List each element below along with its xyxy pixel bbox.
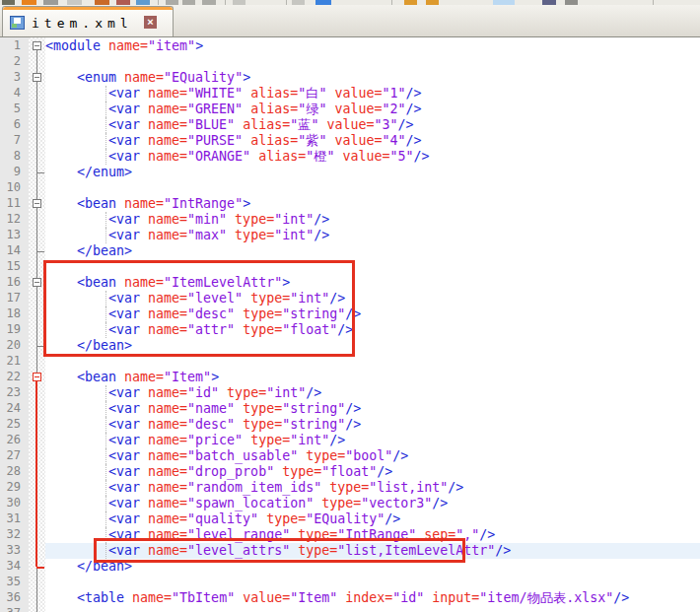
indent-guide xyxy=(105,433,106,448)
fold-gutter xyxy=(29,37,45,612)
xml-value-token: "id" xyxy=(187,385,219,400)
fold-end-marker xyxy=(36,251,44,252)
code-line-10[interactable] xyxy=(45,180,700,196)
code-line-19[interactable]: <var name="attr" type="float"/> xyxy=(45,322,700,338)
xml-value-token: "3" xyxy=(375,117,398,132)
code-line-6[interactable]: <var name="BLUE" alias="蓝" value="3"/> xyxy=(45,117,700,133)
line-number: 4 xyxy=(0,85,29,101)
code-line-9[interactable]: </enum> xyxy=(45,165,700,180)
saved-file-icon xyxy=(10,16,25,30)
code-line-7[interactable]: <var name="PURSE" alias="紫" value="4"/> xyxy=(45,133,700,149)
xml-attribute-token: name= xyxy=(140,464,187,479)
fold-collapse-icon[interactable] xyxy=(33,278,41,287)
code-line-12[interactable]: <var name="min" type="int"/> xyxy=(45,212,700,228)
code-line-22[interactable]: <bean name="Item"> xyxy=(45,370,700,385)
xml-value-token: "int" xyxy=(274,212,314,227)
indent-guide xyxy=(105,448,106,464)
code-line-32[interactable]: <var name="level_range" type="IntRange" … xyxy=(45,527,700,543)
code-line-15[interactable] xyxy=(45,259,700,275)
xml-value-token: "5" xyxy=(390,149,414,164)
code-line-5[interactable]: <var name="GREEN" alias="绿" value="2"/> xyxy=(45,102,700,117)
xml-tag-token: <var xyxy=(108,417,140,432)
line-number: 6 xyxy=(0,116,29,132)
editor-area[interactable]: 1234567891011121314151617181920212223242… xyxy=(0,37,700,612)
xml-value-token: "1" xyxy=(383,86,406,101)
code-line-11[interactable]: <bean name="IntRange"> xyxy=(45,196,700,212)
code-line-13[interactable]: <var name="max" type="int"/> xyxy=(45,228,700,243)
tab-item-xml[interactable]: item.xml × xyxy=(2,6,174,36)
xml-attribute-token: name= xyxy=(124,590,172,605)
xml-tag-token: > xyxy=(243,196,250,211)
xml-tag-token: /> xyxy=(345,306,361,321)
code-line-34[interactable]: </bean> xyxy=(45,559,700,575)
line-number: 5 xyxy=(0,101,29,116)
code-line-2[interactable] xyxy=(45,54,700,70)
code-line-37[interactable] xyxy=(45,606,700,612)
code-line-28[interactable]: <var name="drop_prob" type="float"/> xyxy=(45,464,700,480)
xml-attribute-token: name= xyxy=(140,306,187,321)
xml-tag-token: <var xyxy=(108,496,140,510)
line-number: 23 xyxy=(0,384,29,400)
fold-collapse-icon-highlighted[interactable] xyxy=(33,373,41,381)
xml-value-token: "batch_usable" xyxy=(187,448,298,463)
code-line-25[interactable]: <var name="desc" type="string"/> xyxy=(45,417,700,433)
code-area[interactable]: <module name="item"><enum name="EQuality… xyxy=(45,38,700,612)
code-line-21[interactable] xyxy=(45,354,700,370)
fold-collapse-icon[interactable] xyxy=(33,41,41,50)
code-line-4[interactable]: <var name="WHITE" alias="白" value="1"/> xyxy=(45,86,700,102)
xml-attribute-token: type= xyxy=(235,322,282,337)
code-line-18[interactable]: <var name="desc" type="string"/> xyxy=(45,306,700,322)
xml-value-token: "IntRange" xyxy=(164,196,243,211)
code-line-36[interactable]: <table name="TbItem" value="Item" index=… xyxy=(45,590,700,606)
xml-value-token: "price" xyxy=(187,433,243,447)
code-line-20[interactable]: </bean> xyxy=(45,338,700,354)
xml-value-token: "item/物品表.xlsx" xyxy=(479,590,613,605)
code-line-26[interactable]: <var name="price" type="int"/> xyxy=(45,433,700,448)
code-line-16[interactable]: <bean name="ItemLevelAttr"> xyxy=(45,275,700,291)
code-line-8[interactable]: <var name="ORANGE" alias="橙" value="5"/> xyxy=(45,149,700,165)
xml-tag-token: <var xyxy=(108,149,140,164)
xml-attribute-token: alias= xyxy=(243,86,298,101)
xml-value-token: "drop_prob" xyxy=(187,464,274,479)
xml-attribute-token: type= xyxy=(243,433,290,447)
xml-tag-token: <var xyxy=(108,102,140,116)
xml-value-token: "bool" xyxy=(345,448,392,463)
indent-guide xyxy=(105,480,106,496)
code-line-35[interactable] xyxy=(45,575,700,590)
xml-tag-token: <var xyxy=(108,480,140,495)
xml-value-token: "vector3" xyxy=(361,496,432,510)
xml-tag-token: <var xyxy=(108,543,140,558)
line-number: 9 xyxy=(0,164,29,179)
xml-tag-token: <var xyxy=(108,433,140,447)
line-number: 29 xyxy=(0,479,29,495)
xml-tag-token: /> xyxy=(406,133,422,148)
fold-collapse-icon[interactable] xyxy=(33,73,41,82)
xml-tag-token: <bean xyxy=(77,196,116,211)
code-line-1[interactable]: <module name="item"> xyxy=(45,38,700,54)
xml-attribute-token: name= xyxy=(140,102,187,116)
indent-guide xyxy=(105,464,106,480)
xml-attribute-token: type= xyxy=(219,385,266,400)
line-number: 11 xyxy=(0,195,29,211)
xml-value-token: "int" xyxy=(290,433,329,447)
xml-value-token: "WHITE" xyxy=(187,86,243,101)
xml-tag-token: <var xyxy=(108,212,140,227)
code-line-14[interactable]: </bean> xyxy=(45,243,700,259)
fold-collapse-icon[interactable] xyxy=(33,199,41,208)
code-line-31[interactable]: <var name="quality" type="EQuality"/> xyxy=(45,511,700,527)
code-line-23[interactable]: <var name="id" type="int"/> xyxy=(45,385,700,401)
code-line-29[interactable]: <var name="random_item_ids" type="list,i… xyxy=(45,480,700,496)
code-line-30[interactable]: <var name="spawn_location" type="vector3… xyxy=(45,496,700,511)
code-line-33[interactable]: <var name="level_attrs" type="list,ItemL… xyxy=(45,543,700,559)
tab-close-icon[interactable]: × xyxy=(144,16,157,29)
xml-value-token: "Item" xyxy=(164,370,211,384)
xml-tag-token: /> xyxy=(329,433,345,447)
code-line-3[interactable]: <enum name="EQuality"> xyxy=(45,70,700,86)
xml-attribute-token: value= xyxy=(334,149,389,164)
xml-attribute-token: type= xyxy=(290,543,337,558)
xml-tag-token: /> xyxy=(613,590,629,605)
code-line-27[interactable]: <var name="batch_usable" type="bool"/> xyxy=(45,448,700,464)
code-line-17[interactable]: <var name="level" type="int"/> xyxy=(45,291,700,306)
line-number: 18 xyxy=(0,306,29,321)
code-line-24[interactable]: <var name="name" type="string"/> xyxy=(45,401,700,417)
